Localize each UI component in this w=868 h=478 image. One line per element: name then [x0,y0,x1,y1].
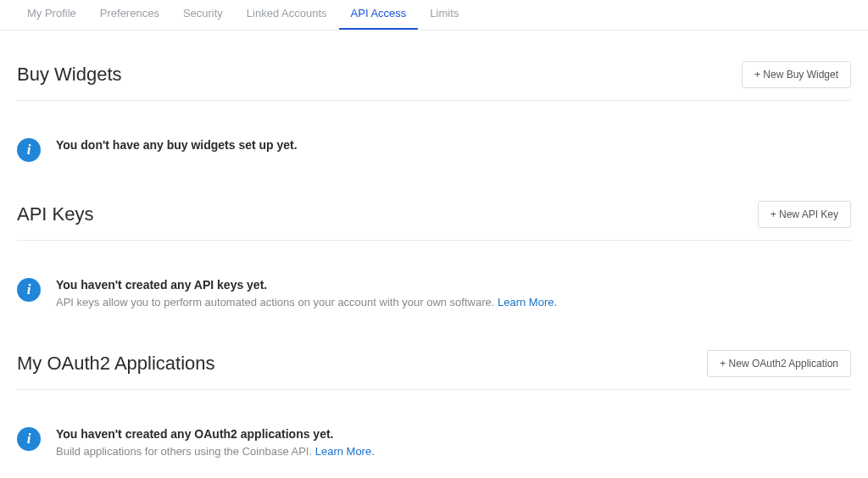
buy-widgets-empty-title: You don't have any buy widgets set up ye… [56,138,851,152]
api-keys-sub-text: API keys allow you to perform automated … [56,296,498,308]
info-icon: i [17,138,41,162]
section-header-buy-widgets: Buy Widgets + New Buy Widget [17,61,851,101]
tab-api-access[interactable]: API Access [339,0,419,30]
tab-security[interactable]: Security [171,0,235,30]
oauth-sub-text: Build applications for others using the … [56,445,315,458]
info-text-oauth: You haven't created any OAuth2 applicati… [56,427,851,460]
info-row-buy-widgets: i You don't have any buy widgets set up … [17,101,851,170]
section-buy-widgets: Buy Widgets + New Buy Widget i You don't… [17,61,851,170]
info-icon: i [17,278,41,302]
tab-limits[interactable]: Limits [418,0,470,30]
tab-preferences[interactable]: Preferences [88,0,171,30]
oauth-empty-sub: Build applications for others using the … [56,443,851,460]
oauth-learn-more-link[interactable]: Learn More. [315,445,375,458]
info-text-buy-widgets: You don't have any buy widgets set up ye… [56,138,851,154]
new-oauth-app-button[interactable]: + New OAuth2 Application [707,350,851,377]
section-header-oauth: My OAuth2 Applications + New OAuth2 Appl… [17,350,851,390]
oauth-title: My OAuth2 Applications [17,353,215,375]
tab-my-profile[interactable]: My Profile [15,0,88,30]
section-oauth: My OAuth2 Applications + New OAuth2 Appl… [17,350,851,469]
info-row-oauth: i You haven't created any OAuth2 applica… [17,390,851,469]
new-api-key-button[interactable]: + New API Key [758,201,851,228]
section-api-keys: API Keys + New API Key i You haven't cre… [17,201,851,320]
content-area: Buy Widgets + New Buy Widget i You don't… [0,61,868,468]
buy-widgets-title: Buy Widgets [17,64,122,86]
new-buy-widget-button[interactable]: + New Buy Widget [742,61,851,88]
api-keys-empty-title: You haven't created any API keys yet. [56,278,851,292]
tab-linked-accounts[interactable]: Linked Accounts [235,0,339,30]
oauth-empty-title: You haven't created any OAuth2 applicati… [56,427,851,441]
api-keys-empty-sub: API keys allow you to perform automated … [56,294,851,311]
info-row-api-keys: i You haven't created any API keys yet. … [17,241,851,320]
info-text-api-keys: You haven't created any API keys yet. AP… [56,278,851,311]
info-icon: i [17,427,41,451]
api-keys-learn-more-link[interactable]: Learn More. [498,296,557,308]
section-header-api-keys: API Keys + New API Key [17,201,851,241]
api-keys-title: API Keys [17,203,93,225]
settings-tab-nav: My Profile Preferences Security Linked A… [0,0,868,31]
